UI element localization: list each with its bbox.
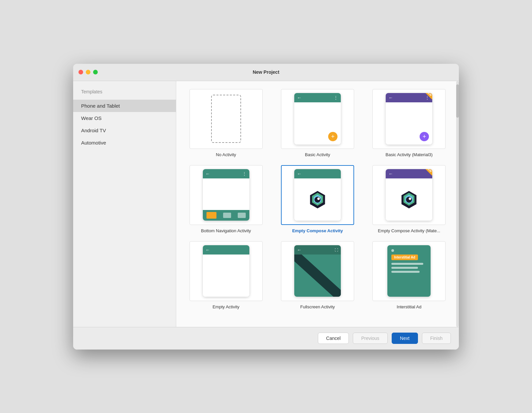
fullscreen-toolbar: ← ⛶ xyxy=(294,245,341,255)
template-interstitial-ad[interactable]: Interstitial Ad Interstitial Ad xyxy=(367,241,451,309)
content-area: Templates Phone and Tablet Wear OS Andro… xyxy=(73,81,459,327)
close-button[interactable] xyxy=(78,70,83,74)
bottom-nav-bar xyxy=(203,210,249,221)
template-preview-interstitial: Interstitial Ad xyxy=(372,241,446,301)
template-fullscreen[interactable]: ← ⛶ Fullscreen Activity xyxy=(276,241,359,309)
bottom-nav-toolbar: ← ⋮ xyxy=(203,169,249,178)
basic-activity-phone: ← ⋮ + xyxy=(294,93,341,145)
template-bottom-nav[interactable]: ← ⋮ Bottom Navigation Activity xyxy=(184,165,268,233)
bottom-nav-phone: ← ⋮ xyxy=(203,169,249,221)
template-empty-compose-m3[interactable]: ← xyxy=(367,165,451,233)
template-label-empty-compose-m3: Empty Compose Activity (Mate... xyxy=(378,228,440,233)
nav-item-active xyxy=(206,212,216,219)
menu-icon: ⋮ xyxy=(334,95,338,100)
back-arrow-m3-icon: ← xyxy=(388,95,393,100)
sidebar-item-android-tv[interactable]: Android TV xyxy=(73,124,176,137)
interstitial-phone: Interstitial Ad xyxy=(387,245,431,297)
footer: Cancel Previous Next Finish xyxy=(73,327,459,350)
back-arrow-fullscreen-icon: ← xyxy=(297,247,302,253)
preview-badge-m3: PREVIEW xyxy=(416,169,432,186)
previous-button[interactable]: Previous xyxy=(353,333,387,344)
empty-activity-toolbar: ← xyxy=(203,245,249,255)
content-line-1 xyxy=(391,263,423,265)
sidebar-item-wear-os[interactable]: Wear OS xyxy=(73,112,176,124)
fullscreen-phone: ← ⛶ xyxy=(294,245,341,297)
traffic-lights xyxy=(78,70,98,74)
next-button[interactable]: Next xyxy=(392,333,418,344)
scrollbar[interactable] xyxy=(456,81,459,327)
sidebar: Templates Phone and Tablet Wear OS Andro… xyxy=(73,81,176,327)
template-preview-empty-compose-m3: ← xyxy=(372,165,446,225)
maximize-button[interactable] xyxy=(93,70,98,74)
template-basic-activity-m3[interactable]: ← ⋮ + PREVIEW Basic Activity (Material3) xyxy=(367,89,451,157)
back-arrow-icon: ← xyxy=(297,95,302,100)
preview-badge-m3-label: PREVIEW xyxy=(419,169,432,175)
nav-item-3 xyxy=(238,213,246,218)
preview-badge: PREVIEW xyxy=(416,93,432,110)
interstitial-content xyxy=(391,263,427,273)
empty-activity-body xyxy=(203,255,249,297)
fullscreen-body xyxy=(294,255,341,297)
content-line-3 xyxy=(391,271,420,273)
fab-m3-icon: + xyxy=(420,132,429,141)
templates-grid-area: No Activity ← ⋮ + xyxy=(176,81,459,327)
bottom-nav-body xyxy=(203,178,249,210)
empty-compose-phone: ← xyxy=(294,169,341,221)
template-label-bottom-nav: Bottom Navigation Activity xyxy=(201,228,251,233)
template-empty-activity[interactable]: ← Empty Activity xyxy=(184,241,268,309)
empty-compose-body xyxy=(294,178,341,221)
back-arrow-nav-icon: ← xyxy=(205,171,210,176)
basic-m3-phone: ← ⋮ + PREVIEW xyxy=(386,93,432,145)
preview-badge-label: PREVIEW xyxy=(419,93,432,99)
camera-icon xyxy=(391,249,394,252)
diagonal-decoration xyxy=(294,255,341,297)
template-label-interstitial: Interstitial Ad xyxy=(397,304,421,309)
template-preview-empty-activity: ← xyxy=(190,241,263,301)
template-label-basic-activity: Basic Activity xyxy=(305,152,330,157)
cancel-button[interactable]: Cancel xyxy=(318,333,349,344)
svg-line-10 xyxy=(294,255,341,297)
basic-activity-toolbar: ← ⋮ xyxy=(294,93,341,102)
fab-icon: + xyxy=(328,132,337,141)
no-activity-phone-icon xyxy=(211,95,241,143)
template-preview-basic-activity: ← ⋮ + xyxy=(281,89,354,149)
nav-item-2 xyxy=(223,213,231,218)
template-preview-no-activity xyxy=(190,89,263,149)
template-no-activity[interactable]: No Activity xyxy=(184,89,268,157)
window-title: New Project xyxy=(253,69,279,75)
template-label-no-activity: No Activity xyxy=(216,152,236,157)
template-preview-basic-m3: ← ⋮ + PREVIEW xyxy=(372,89,446,149)
empty-compose-m3-phone: ← xyxy=(386,169,432,221)
template-empty-compose[interactable]: ← xyxy=(276,165,359,233)
svg-point-3 xyxy=(315,197,321,203)
empty-compose-toolbar: ← xyxy=(294,169,341,178)
interstitial-ad-badge: Interstitial Ad xyxy=(391,255,418,260)
template-basic-activity[interactable]: ← ⋮ + Basic Activity xyxy=(276,89,359,157)
template-preview-fullscreen: ← ⛶ xyxy=(281,241,354,301)
template-preview-empty-compose: ← xyxy=(281,165,354,225)
finish-button[interactable]: Finish xyxy=(422,333,451,344)
svg-point-9 xyxy=(409,197,412,200)
sidebar-item-automotive[interactable]: Automotive xyxy=(73,137,176,149)
back-arrow-empty-icon: ← xyxy=(205,247,210,253)
svg-point-4 xyxy=(317,197,320,200)
scrollbar-thumb[interactable] xyxy=(456,84,459,118)
svg-point-8 xyxy=(406,197,412,203)
titlebar: New Project xyxy=(73,64,459,81)
minimize-button[interactable] xyxy=(86,70,90,74)
template-label-fullscreen: Fullscreen Activity xyxy=(300,304,335,309)
basic-activity-body: + xyxy=(294,102,341,145)
android-logo-m3-icon xyxy=(399,190,419,210)
template-label-empty-compose: Empty Compose Activity xyxy=(292,228,343,233)
templates-grid: No Activity ← ⋮ + xyxy=(184,89,451,309)
back-arrow-compose-m3-icon: ← xyxy=(388,171,393,176)
main-window: New Project Templates Phone and Tablet W… xyxy=(73,64,459,350)
sidebar-item-phone-tablet[interactable]: Phone and Tablet xyxy=(73,100,176,112)
template-label-basic-m3: Basic Activity (Material3) xyxy=(386,152,433,157)
android-logo-icon xyxy=(308,190,328,210)
content-line-2 xyxy=(391,267,418,269)
empty-activity-phone: ← xyxy=(203,245,249,297)
sidebar-title: Templates xyxy=(73,89,176,100)
menu-nav-icon: ⋮ xyxy=(242,171,247,176)
template-label-empty-activity: Empty Activity xyxy=(212,304,239,309)
